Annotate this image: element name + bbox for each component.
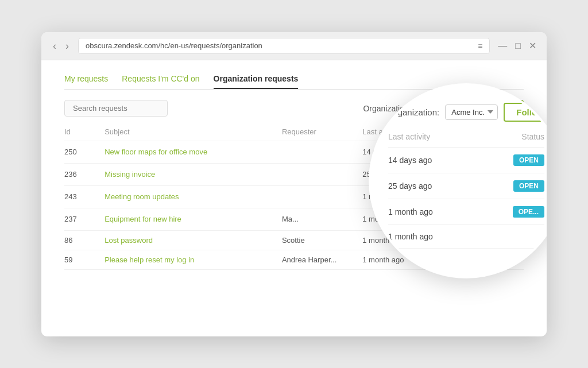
cell-subject[interactable]: Meeting room updates bbox=[105, 192, 179, 201]
tab-org-requests[interactable]: Organization requests bbox=[214, 74, 299, 89]
cell-subject[interactable]: Missing invoice bbox=[105, 170, 155, 179]
cell-subject[interactable]: Equipment for new hire bbox=[105, 215, 181, 223]
cell-id: 236 bbox=[64, 163, 105, 185]
cell-id: 86 bbox=[64, 230, 105, 250]
magnify-cell-status: OPEN bbox=[479, 147, 544, 173]
magnify-cell-activity: 14 days ago bbox=[388, 147, 479, 173]
cell-subject[interactable]: Lost password bbox=[105, 236, 153, 245]
browser-content: My requests Requests I'm CC'd on Organiz… bbox=[41, 60, 547, 336]
col-header-requester: Requester bbox=[282, 125, 362, 141]
browser-window: ‹ › obscura.zendesk.com/hc/en-us/request… bbox=[41, 32, 547, 336]
cell-requester: Scottie bbox=[282, 230, 362, 250]
col-header-subject: Subject bbox=[105, 125, 282, 141]
search-input[interactable] bbox=[64, 100, 168, 117]
url-text: obscura.zendesk.com/hc/en-us/requests/or… bbox=[86, 41, 262, 50]
cell-requester: Ma... bbox=[282, 208, 362, 230]
magnify-cell-status: OPEN bbox=[479, 173, 544, 199]
magnify-row: 1 month ago OPE... bbox=[388, 199, 544, 224]
cell-requester bbox=[282, 163, 362, 185]
cell-subject[interactable]: Please help reset my log in bbox=[105, 255, 194, 264]
close-button[interactable]: ✕ bbox=[528, 39, 537, 52]
magnify-cell-activity: 1 month ago bbox=[388, 224, 479, 248]
magnify-org-select[interactable]: Acme Inc. bbox=[445, 104, 498, 120]
magnify-follow-button[interactable]: Follow bbox=[504, 103, 547, 122]
magnify-row: 25 days ago OPEN bbox=[388, 173, 544, 199]
tab-cc-requests[interactable]: Requests I'm CC'd on bbox=[122, 74, 199, 89]
tab-my-requests[interactable]: My requests bbox=[64, 74, 108, 89]
cell-id: 243 bbox=[64, 185, 105, 208]
forward-button[interactable]: › bbox=[63, 40, 71, 52]
minimize-button[interactable]: — bbox=[497, 40, 508, 52]
nav-buttons: ‹ › bbox=[51, 40, 71, 52]
magnify-row: 1 month ago bbox=[388, 224, 544, 248]
maximize-button[interactable]: □ bbox=[514, 40, 522, 52]
col-header-id: Id bbox=[64, 125, 105, 141]
cell-requester bbox=[282, 141, 362, 163]
cell-id: 59 bbox=[64, 250, 105, 269]
cell-requester bbox=[282, 185, 362, 208]
magnify-org-row: Organization: Acme Inc. Follow bbox=[388, 103, 544, 122]
cell-subject[interactable]: New floor maps for office move bbox=[105, 148, 207, 156]
magnify-cell-status bbox=[479, 224, 544, 248]
cell-requester: Andrea Harper... bbox=[282, 250, 362, 269]
magnify-row: 14 days ago OPEN bbox=[388, 147, 544, 173]
magnify-col-activity: Last activity bbox=[388, 132, 479, 148]
browser-chrome: ‹ › obscura.zendesk.com/hc/en-us/request… bbox=[41, 32, 547, 60]
magnify-table: Last activity Status 14 days ago OPEN 25… bbox=[388, 132, 544, 249]
window-controls: — □ ✕ bbox=[497, 39, 537, 52]
magnify-cell-activity: 1 month ago bbox=[388, 199, 479, 224]
cell-id: 237 bbox=[64, 208, 105, 230]
cell-id: 250 bbox=[64, 141, 105, 163]
magnify-content: Organization: Acme Inc. Follow Last acti… bbox=[371, 86, 547, 260]
address-bar[interactable]: obscura.zendesk.com/hc/en-us/requests/or… bbox=[78, 38, 490, 54]
back-button[interactable]: ‹ bbox=[51, 40, 59, 52]
magnify-cell-status: OPE... bbox=[479, 199, 544, 224]
magnify-cell-activity: 25 days ago bbox=[388, 173, 479, 199]
menu-icon: ≡ bbox=[478, 41, 482, 51]
magnify-col-status: Status bbox=[479, 132, 544, 148]
